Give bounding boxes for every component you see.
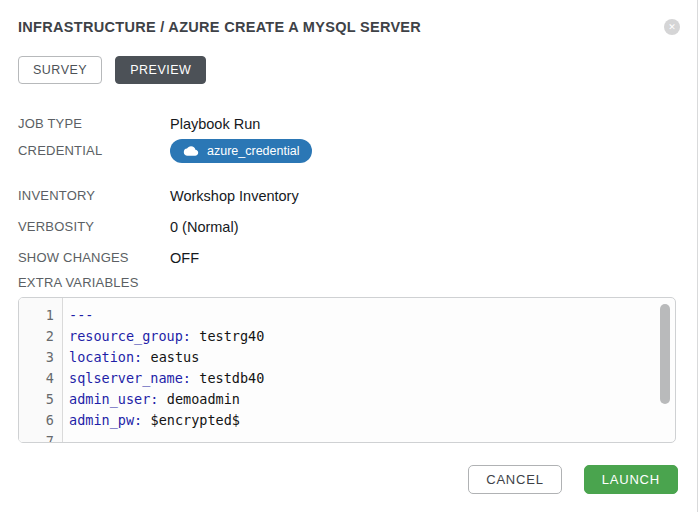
close-icon[interactable]: ✕ xyxy=(664,19,680,35)
code-line: 5 admin_user:demoadmin xyxy=(19,389,675,410)
extra-variables-editor[interactable]: 1 --- 2 resource_group:testrg40 3 locati… xyxy=(18,297,676,443)
tab-preview[interactable]: PREVIEW xyxy=(115,56,206,84)
editor-lines: 1 --- 2 resource_group:testrg40 3 locati… xyxy=(19,298,675,443)
code-line: 6 admin_pw:$encrypted$ xyxy=(19,410,675,431)
show-changes-value: OFF xyxy=(170,250,199,266)
verbosity-label: VERBOSITY xyxy=(18,219,170,234)
credential-label: CREDENTIAL xyxy=(18,139,170,158)
line-number: 5 xyxy=(19,389,63,410)
code-line: 4 sqlserver_name:testdb40 xyxy=(19,368,675,389)
line-number: 2 xyxy=(19,326,63,347)
modal-header: INFRASTRUCTURE / AZURE CREATE A MYSQL SE… xyxy=(18,18,680,35)
credential-badge[interactable]: azure_credential xyxy=(170,139,312,163)
field-row-inventory: INVENTORY Workshop Inventory xyxy=(18,180,680,211)
line-number: 3 xyxy=(19,347,63,368)
launch-button[interactable]: LAUNCH xyxy=(584,465,678,494)
page-title: INFRASTRUCTURE / AZURE CREATE A MYSQL SE… xyxy=(18,18,664,35)
inventory-value: Workshop Inventory xyxy=(170,188,299,204)
extra-variables-label: EXTRA VARIABLES xyxy=(18,275,680,290)
code-text: sqlserver_name:testdb40 xyxy=(63,368,264,389)
job-type-label: JOB TYPE xyxy=(18,116,170,131)
tab-survey[interactable]: SURVEY xyxy=(18,56,102,84)
field-row-verbosity: VERBOSITY 0 (Normal) xyxy=(18,211,680,242)
code-text: resource_group:testrg40 xyxy=(63,326,264,347)
extra-variables-section: EXTRA VARIABLES 1 --- 2 resource_group:t… xyxy=(18,275,680,443)
field-row-show-changes: SHOW CHANGES OFF xyxy=(18,242,680,273)
job-launch-preview-modal: INFRASTRUCTURE / AZURE CREATE A MYSQL SE… xyxy=(0,0,698,494)
job-summary-fields: JOB TYPE Playbook Run CREDENTIAL azure_c… xyxy=(18,108,680,273)
cancel-button[interactable]: CANCEL xyxy=(468,465,562,494)
code-text: admin_pw:$encrypted$ xyxy=(63,410,240,431)
code-line: 7 xyxy=(19,431,675,443)
inventory-label: INVENTORY xyxy=(18,188,170,203)
credential-badge-label: azure_credential xyxy=(207,144,299,158)
code-text xyxy=(63,431,77,443)
code-line: 1 --- xyxy=(19,305,675,326)
line-number: 6 xyxy=(19,410,63,431)
cloud-icon xyxy=(183,145,199,157)
line-number: 7 xyxy=(19,431,63,443)
line-number: 4 xyxy=(19,368,63,389)
editor-scrollbar[interactable] xyxy=(660,304,670,404)
job-type-value: Playbook Run xyxy=(170,116,260,132)
field-row-job-type: JOB TYPE Playbook Run xyxy=(18,108,680,139)
code-line: 3 location:eastus xyxy=(19,347,675,368)
code-line: 2 resource_group:testrg40 xyxy=(19,326,675,347)
code-text: admin_user:demoadmin xyxy=(63,389,240,410)
code-text: location:eastus xyxy=(63,347,199,368)
modal-footer: CANCEL LAUNCH xyxy=(18,465,680,494)
line-number: 1 xyxy=(19,305,63,326)
tab-bar: SURVEY PREVIEW xyxy=(18,56,680,84)
code-text: --- xyxy=(63,305,102,326)
show-changes-label: SHOW CHANGES xyxy=(18,250,170,265)
field-row-credential: CREDENTIAL azure_credential xyxy=(18,139,680,180)
verbosity-value: 0 (Normal) xyxy=(170,219,238,235)
